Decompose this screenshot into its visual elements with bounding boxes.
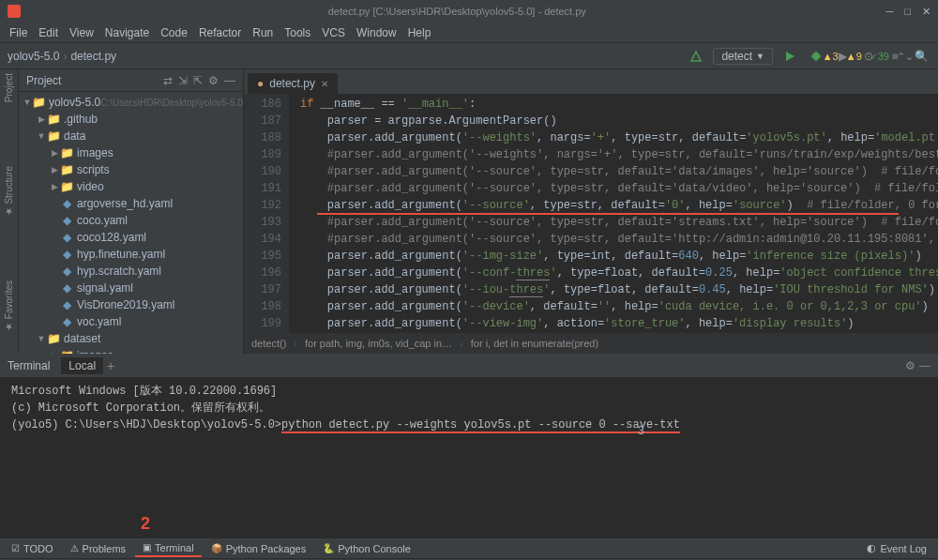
menu-run[interactable]: Run bbox=[247, 24, 279, 41]
tree-arrow-icon[interactable]: ▼ bbox=[36, 131, 47, 141]
project-tool-label[interactable]: Project bbox=[4, 73, 14, 102]
code-breadcrumb-item[interactable]: for i, det in enumerate(pred) bbox=[471, 338, 598, 349]
tool-problems[interactable]: ⚠Problems bbox=[63, 541, 133, 556]
tree-label: video bbox=[77, 180, 104, 193]
tool-todo[interactable]: ☑TODO bbox=[4, 541, 61, 556]
code-breadcrumb-item[interactable]: detect() bbox=[251, 338, 286, 349]
terminal-gear-icon[interactable]: ⚙ bbox=[905, 359, 915, 372]
yaml-icon: ◆ bbox=[60, 265, 73, 278]
add-terminal-icon[interactable]: + bbox=[107, 358, 114, 373]
build-icon[interactable] bbox=[687, 47, 705, 66]
code-line[interactable]: #parser.add_argument('--weights', nargs=… bbox=[289, 146, 938, 163]
menu-file[interactable]: File bbox=[4, 24, 33, 41]
tree-path: C:\Users\HDR\Desktop\yolov5-5.0 bbox=[100, 98, 243, 108]
tree-row[interactable]: ◆hyp.scratch.yaml bbox=[19, 263, 243, 280]
menu-window[interactable]: Window bbox=[351, 24, 402, 41]
menu-help[interactable]: Help bbox=[402, 24, 437, 41]
run-icon[interactable] bbox=[780, 47, 799, 66]
tree-row[interactable]: ◆coco.yaml bbox=[19, 212, 243, 229]
code-line[interactable]: parser.add_argument('--iou-thres', type=… bbox=[289, 281, 938, 298]
code-line[interactable]: parser.add_argument('--view-img', action… bbox=[289, 315, 938, 332]
editor-tabs: ● detect.py ✕ ▲3 ▲9 ✓39 ⌃⌄ bbox=[244, 69, 938, 94]
tree-arrow-icon[interactable]: ▶ bbox=[49, 351, 60, 354]
tree-row[interactable]: ◆hyp.finetune.yaml bbox=[19, 246, 243, 263]
menu-vcs[interactable]: VCS bbox=[316, 24, 351, 41]
tree-arrow-icon[interactable]: ▶ bbox=[36, 114, 47, 124]
tree-row[interactable]: ◆voc.yaml bbox=[19, 313, 243, 330]
tree-label: hyp.scratch.yaml bbox=[77, 265, 161, 278]
editor-body[interactable]: 1861871881891901911921931941951961971981… bbox=[244, 94, 938, 333]
terminal-tab-local[interactable]: Local bbox=[61, 357, 103, 374]
code-line[interactable]: parser.add_argument('--source', type=str… bbox=[289, 197, 938, 214]
code-line[interactable]: #parser.add_argument('--source', type=st… bbox=[289, 231, 938, 248]
tree-arrow-icon[interactable]: ▶ bbox=[49, 165, 60, 174]
close-tab-icon[interactable]: ✕ bbox=[321, 79, 328, 89]
yaml-icon: ◆ bbox=[60, 248, 73, 261]
hide-icon[interactable]: — bbox=[224, 74, 235, 87]
tree-arrow-icon[interactable]: ▼ bbox=[23, 98, 32, 107]
select-opened-icon[interactable]: ⇄ bbox=[163, 74, 173, 87]
code-breadcrumb-item[interactable]: for path, img, im0s, vid_cap in… bbox=[305, 338, 452, 349]
code-line[interactable]: parser.add_argument('--conf-thres', type… bbox=[289, 265, 938, 281]
tool-python-packages[interactable]: 📦Python Packages bbox=[204, 541, 314, 556]
code-line[interactable]: parser = argparse.ArgumentParser() bbox=[289, 113, 938, 129]
tree-row[interactable]: ◆VisDrone2019.yaml bbox=[19, 296, 243, 313]
tree-row[interactable]: ▶📁scripts bbox=[19, 161, 243, 178]
tree-row[interactable]: ▼📁dataset bbox=[19, 330, 243, 347]
project-tree[interactable]: ▼📁yolov5-5.0 C:\Users\HDR\Desktop\yolov5… bbox=[19, 92, 243, 354]
tree-arrow-icon[interactable]: ▶ bbox=[49, 182, 60, 191]
tool-terminal[interactable]: ▣Terminal bbox=[135, 540, 202, 557]
code-line[interactable]: parser.add_argument('--img-size', type=i… bbox=[289, 248, 938, 265]
event-log[interactable]: ◐Event Log bbox=[859, 540, 934, 556]
close-icon[interactable]: ✕ bbox=[922, 6, 930, 18]
chevron-right-icon: › bbox=[460, 338, 463, 349]
annotation-three: 3 bbox=[638, 424, 644, 437]
tree-row[interactable]: ◆argoverse_hd.yaml bbox=[19, 195, 243, 212]
tree-row[interactable]: ▶📁images bbox=[19, 144, 243, 161]
breadcrumb-root[interactable]: yolov5-5.0 bbox=[8, 50, 59, 63]
menu-code[interactable]: Code bbox=[155, 24, 193, 41]
gear-icon[interactable]: ⚙ bbox=[208, 74, 219, 87]
code-area[interactable]: if __name__ == '__main__': parser = argp… bbox=[289, 94, 938, 333]
editor-tab-detect[interactable]: ● detect.py ✕ bbox=[248, 73, 338, 94]
breadcrumb-file[interactable]: detect.py bbox=[70, 50, 116, 63]
yaml-icon: ◆ bbox=[60, 281, 73, 295]
run-config-selector[interactable]: detect ▼ bbox=[713, 48, 773, 65]
line-gutter: 1861871881891901911921931941951961971981… bbox=[244, 94, 289, 333]
tree-label: images bbox=[77, 349, 113, 354]
stripe-favorites[interactable]: ★ Favorites bbox=[4, 280, 14, 332]
terminal-hide-icon[interactable]: — bbox=[919, 359, 930, 372]
code-line[interactable]: parser.add_argument('--weights', nargs='… bbox=[289, 129, 938, 146]
menu-refactor[interactable]: Refactor bbox=[193, 24, 247, 41]
collapse-all-icon[interactable]: ⇱ bbox=[193, 74, 203, 87]
menu-tools[interactable]: Tools bbox=[279, 24, 316, 41]
maximize-icon[interactable]: □ bbox=[904, 6, 911, 18]
search-icon[interactable]: 🔍 bbox=[912, 47, 930, 66]
tree-arrow-icon[interactable]: ▶ bbox=[49, 148, 60, 158]
code-line[interactable]: #parser.add_argument('--source', type=st… bbox=[289, 180, 938, 197]
tree-row[interactable]: ▼📁data bbox=[19, 128, 243, 144]
tree-label: yolov5-5.0 bbox=[49, 96, 100, 109]
menu-edit[interactable]: Edit bbox=[33, 24, 64, 41]
tree-arrow-icon[interactable]: ▼ bbox=[36, 334, 47, 343]
tool-label: Terminal bbox=[155, 542, 194, 553]
stripe-structure[interactable]: ★ Structure bbox=[4, 166, 14, 217]
tree-row[interactable]: ▶📁images bbox=[19, 347, 243, 354]
code-line[interactable]: if __name__ == '__main__': bbox=[289, 96, 938, 113]
tree-label: images bbox=[77, 146, 113, 159]
tree-row[interactable]: ▼📁yolov5-5.0 C:\Users\HDR\Desktop\yolov5… bbox=[19, 94, 243, 111]
menu-view[interactable]: View bbox=[64, 24, 99, 41]
expand-all-icon[interactable]: ⇲ bbox=[178, 74, 188, 87]
code-line[interactable]: parser.add_argument('--device', default=… bbox=[289, 298, 938, 315]
tree-row[interactable]: ◆coco128.yaml bbox=[19, 229, 243, 246]
code-line[interactable]: parser.add_argument('--save-txt', action… bbox=[289, 332, 938, 333]
minimize-icon[interactable]: ─ bbox=[886, 6, 894, 18]
tree-row[interactable]: ▶📁video bbox=[19, 178, 243, 195]
code-line[interactable]: #parser.add_argument('--source', type=st… bbox=[289, 214, 938, 231]
tree-row[interactable]: ◆signal.yaml bbox=[19, 280, 243, 296]
tree-row[interactable]: ▶📁.github bbox=[19, 111, 243, 128]
tool-python-console[interactable]: 🐍Python Console bbox=[315, 541, 418, 556]
code-line[interactable]: #parser.add_argument('--source', type=st… bbox=[289, 163, 938, 180]
menu-navigate[interactable]: Navigate bbox=[99, 24, 155, 41]
tool-label: Python Console bbox=[338, 543, 411, 554]
